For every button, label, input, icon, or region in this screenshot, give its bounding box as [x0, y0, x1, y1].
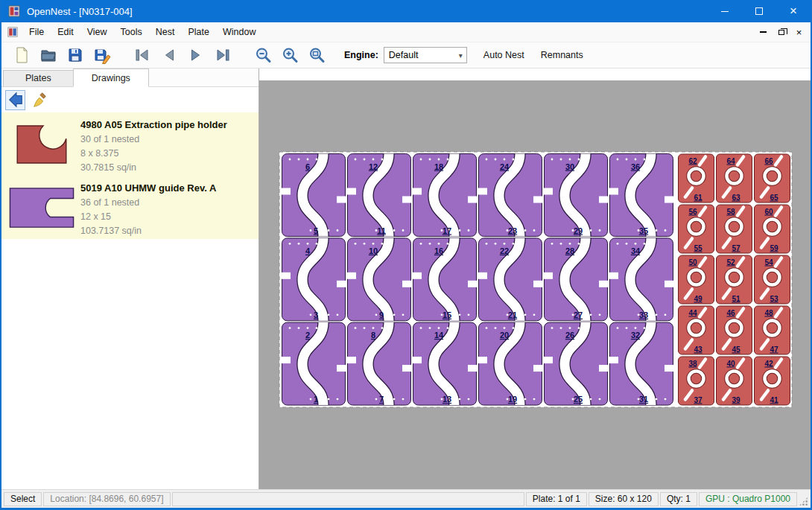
left-panel: Plates Drawings: [1, 68, 259, 489]
drawing-thumbnail: [3, 115, 80, 173]
nested-part-pair-purple[interactable]: 2625: [544, 322, 608, 405]
status-location: Location: [84.8696, 60.6957]: [43, 492, 170, 506]
engine-label: Engine:: [344, 50, 378, 60]
nested-part-pair-red[interactable]: 4039: [717, 357, 752, 405]
drawings-list: 4980 A05 Extraction pipe holder 30 of 1 …: [1, 112, 258, 489]
zoom-out-button[interactable]: [252, 44, 274, 66]
save-as-icon: [93, 46, 111, 64]
maximize-button[interactable]: [742, 0, 776, 22]
nested-part-pair-purple[interactable]: 2019: [478, 322, 542, 405]
nest-viewport[interactable]: 6512111817242330293635431091615222128273…: [259, 68, 811, 489]
minimize-button[interactable]: [708, 0, 742, 22]
remnants-button[interactable]: Remnants: [541, 50, 583, 60]
nested-part-pair-purple[interactable]: 2827: [544, 238, 608, 321]
nested-part-pair-red[interactable]: 6261: [679, 154, 714, 203]
nested-part-pair-red[interactable]: 5251: [717, 255, 752, 304]
nested-part-pair-red[interactable]: 5453: [755, 255, 790, 304]
part-number-label: 9: [379, 310, 384, 319]
list-item-drawing-1[interactable]: 4980 A05 Extraction pipe holder 30 of 1 …: [1, 112, 258, 176]
nested-part-pair-purple[interactable]: 1413: [413, 322, 477, 405]
tab-drawings[interactable]: Drawings: [73, 68, 149, 87]
panel-tabstrip: Plates Drawings: [1, 68, 258, 87]
menu-plate[interactable]: Plate: [181, 22, 216, 42]
nested-part-pair-purple[interactable]: 2423: [478, 154, 542, 237]
go-first-icon: [133, 46, 151, 64]
nested-part-pair-purple[interactable]: 87: [347, 322, 411, 405]
nested-part-pair-purple[interactable]: 3433: [609, 238, 673, 321]
auto-nest-button[interactable]: Auto Nest: [483, 50, 524, 60]
part-number-label: 25: [574, 395, 583, 404]
menu-nest[interactable]: Nest: [149, 22, 182, 42]
nested-part-pair-red[interactable]: 4443: [679, 306, 714, 354]
mdi-close-button[interactable]: ×: [791, 25, 807, 39]
nested-part-pair-red[interactable]: 6665: [755, 154, 790, 203]
go-last-button[interactable]: [212, 44, 234, 66]
nested-part-pair-purple[interactable]: 1817: [413, 154, 477, 237]
zoom-fit-button[interactable]: [305, 44, 328, 66]
status-qty: Qty: 1: [660, 492, 697, 506]
part-number-label: 13: [443, 395, 451, 404]
menu-view[interactable]: View: [80, 22, 114, 42]
nested-part-pair-purple[interactable]: 1211: [347, 154, 411, 237]
nested-part-pair-red[interactable]: 5857: [717, 205, 752, 253]
part-number-label: 65: [770, 194, 778, 202]
resize-grip[interactable]: [799, 497, 808, 506]
status-mode: Select: [4, 492, 42, 506]
open-button[interactable]: [37, 44, 60, 66]
go-first-button[interactable]: [131, 44, 153, 66]
menu-edit[interactable]: Edit: [51, 22, 80, 42]
part-number-label: 3: [314, 310, 318, 319]
import-drawings-button[interactable]: [5, 90, 25, 110]
part-number-label: 51: [732, 295, 740, 303]
close-button[interactable]: ×: [776, 0, 811, 22]
nested-part-pair-purple[interactable]: 21: [282, 322, 346, 405]
part-number-label: 37: [694, 396, 702, 404]
part-number-label: 45: [732, 345, 740, 354]
nested-part-pair-red[interactable]: 4847: [755, 306, 790, 354]
nested-part-pair-purple[interactable]: 109: [347, 238, 411, 321]
nested-part-pair-purple[interactable]: 1615: [413, 238, 477, 321]
tab-plates[interactable]: Plates: [3, 70, 74, 86]
nested-part-pair-purple[interactable]: 3231: [609, 322, 673, 405]
list-item-drawing-2[interactable]: 5019 A10 UHMW guide Rev. A 36 of 1 neste…: [1, 176, 258, 239]
nested-part-pair-purple[interactable]: 3635: [609, 154, 673, 237]
part-number-label: 32: [631, 331, 640, 340]
zoom-in-icon: [281, 46, 299, 64]
nested-part-pair-red[interactable]: 3837: [679, 357, 714, 405]
mdi-minimize-icon: [760, 31, 767, 33]
nested-part-pair-red[interactable]: 5049: [679, 255, 714, 304]
nested-part-pair-red[interactable]: 4645: [717, 306, 752, 354]
menu-window[interactable]: Window: [216, 22, 262, 42]
new-button[interactable]: [10, 44, 33, 66]
nested-part-pair-purple[interactable]: 2221: [478, 238, 542, 321]
menu-file[interactable]: File: [22, 22, 51, 42]
go-next-icon: [187, 46, 205, 64]
mdi-restore-button[interactable]: [773, 25, 789, 39]
part-number-label: 59: [770, 244, 778, 252]
nested-part-pair-red[interactable]: 5655: [679, 205, 714, 253]
save-as-button[interactable]: [91, 44, 113, 66]
zoom-in-button[interactable]: [279, 44, 301, 66]
nested-part-pair-purple[interactable]: 65: [282, 154, 346, 237]
nested-part-pair-red[interactable]: 6059: [755, 205, 790, 253]
clear-drawings-button[interactable]: [29, 90, 49, 110]
part-number-label: 16: [434, 246, 443, 255]
mdi-minimize-button[interactable]: [755, 25, 771, 39]
go-previous-button[interactable]: [158, 44, 180, 66]
save-button[interactable]: [64, 44, 86, 66]
part-number-label: 43: [694, 345, 702, 354]
red-part-shape-icon: [16, 124, 68, 165]
nested-part-pair-purple[interactable]: 3029: [544, 154, 608, 237]
nested-part-pair-purple[interactable]: 43: [282, 238, 346, 321]
engine-combobox[interactable]: Default ▾: [384, 47, 467, 63]
broom-icon: [31, 92, 48, 108]
toolbar: Engine: Default ▾ Auto Nest Remnants: [1, 42, 811, 68]
status-size: Size: 60 x 120: [589, 492, 659, 506]
menu-tools[interactable]: Tools: [114, 22, 149, 42]
go-next-button[interactable]: [185, 44, 207, 66]
nest-canvas[interactable]: 6512111817242330293635431091615222128273…: [259, 68, 811, 489]
nested-part-pair-red[interactable]: 6463: [717, 154, 752, 203]
nested-part-pair-red[interactable]: 4241: [755, 357, 790, 405]
part-number-label: 8: [371, 331, 375, 340]
drawing-info: 5019 A10 UHMW guide Rev. A 36 of 1 neste…: [80, 178, 257, 237]
